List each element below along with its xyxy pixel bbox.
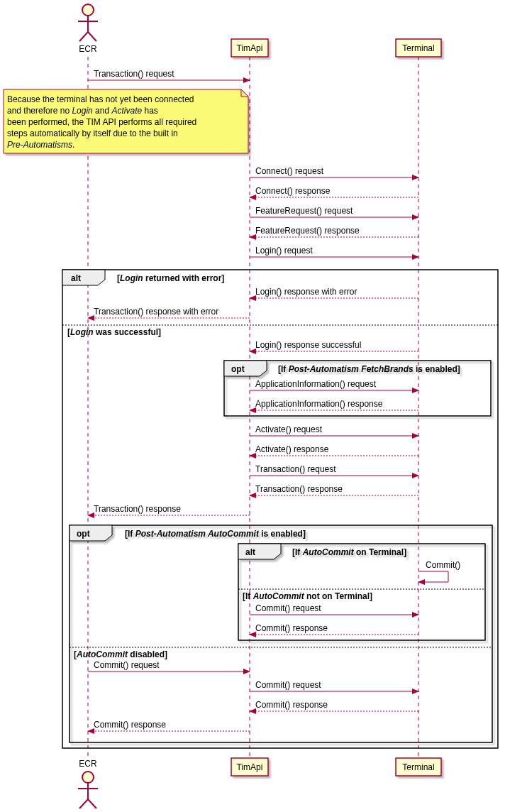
msg-label: Commit() request <box>255 603 321 613</box>
msg-label: ApplicationInformation() response <box>255 399 383 409</box>
actor-label-ecr-top: ECR <box>79 44 97 54</box>
guard-label: [If Post-Automatism FetchBrands is enabl… <box>278 364 460 374</box>
guard-label: [Login returned with error] <box>117 273 224 283</box>
note-line: steps automatically by itself due to the… <box>7 128 178 138</box>
guard-label: [Login was successful] <box>67 327 161 337</box>
guard-label: [If AutoCommit on Terminal] <box>292 547 406 557</box>
msg-label: Transaction() request <box>255 464 336 474</box>
note-line: and therefore no Login and Activate has <box>7 106 158 116</box>
participant-label-timapi-bottom: TimApi <box>237 762 263 772</box>
svg-line-3 <box>79 32 88 41</box>
sequence-diagram: ECR TimApi Terminal Transaction() reques… <box>0 0 505 812</box>
msg-label: Login() response with error <box>255 287 357 297</box>
fragment-label: alt <box>245 547 255 557</box>
actor-ecr-top: ECR <box>78 4 98 54</box>
msg-label: Activate() response <box>255 444 329 454</box>
msg-label: ApplicationInformation() request <box>255 379 377 389</box>
participant-timapi-top: TimApi <box>231 39 268 57</box>
participant-timapi-bottom: TimApi <box>231 758 268 776</box>
note-pre-automatisms: Because the terminal has not yet been co… <box>4 89 248 153</box>
note-line: Pre-Automatisms. <box>7 140 74 150</box>
fragment-label: opt <box>77 529 90 539</box>
msg-label: Connect() request <box>255 166 324 176</box>
msg-self-commit: Commit() <box>418 560 460 582</box>
svg-rect-9 <box>70 525 492 742</box>
fragment-label: alt <box>71 273 81 283</box>
msg-label: Commit() response <box>255 700 328 710</box>
msg-label: Transaction() response <box>94 504 181 514</box>
svg-line-18 <box>88 799 96 808</box>
fragment-label: opt <box>231 364 245 374</box>
svg-line-17 <box>79 799 88 808</box>
svg-line-4 <box>88 32 96 41</box>
guard-label: [If Post-Automatism AutoCommit is enable… <box>125 529 306 539</box>
msg-label: Connect() response <box>255 186 331 196</box>
msg-label: Transaction() response <box>255 484 343 494</box>
participant-terminal-bottom: Terminal <box>396 758 441 776</box>
msg-label: Transaction() response with error <box>94 307 218 317</box>
msg-label: Commit() response <box>94 720 166 730</box>
msg-label: Commit() request <box>255 680 321 690</box>
participant-label-timapi-top: TimApi <box>237 43 263 53</box>
msg-label: FeatureRequest() response <box>255 226 360 236</box>
svg-point-14 <box>82 772 94 783</box>
guard-label: [AutoCommit disabled] <box>74 649 167 659</box>
participant-label-terminal-bottom: Terminal <box>402 762 434 772</box>
msg-label: FeatureRequest() request <box>255 206 353 216</box>
msg-label: Activate() request <box>255 424 323 434</box>
note-line: been performed, the TIM API performs all… <box>7 117 196 127</box>
msg-label: Commit() <box>426 560 460 570</box>
msg-label: Login() request <box>255 246 313 256</box>
msg-label: Transaction() request <box>94 69 174 79</box>
fragment-opt-autocommit: opt [If Post-Automatism AutoCommit is en… <box>70 525 492 742</box>
participant-label-terminal-top: Terminal <box>402 43 434 53</box>
msg-label: Commit() response <box>255 623 328 633</box>
guard-label: [If AutoCommit not on Terminal] <box>243 591 372 601</box>
msg-label: Login() response successful <box>255 340 361 350</box>
note-line: Because the terminal has not yet been co… <box>7 94 194 104</box>
actor-label-ecr-bottom: ECR <box>79 759 97 769</box>
msg-label: Commit() request <box>94 660 160 670</box>
actor-ecr-bottom: ECR <box>78 759 98 808</box>
participant-terminal-top: Terminal <box>396 39 441 57</box>
svg-point-0 <box>82 4 94 16</box>
